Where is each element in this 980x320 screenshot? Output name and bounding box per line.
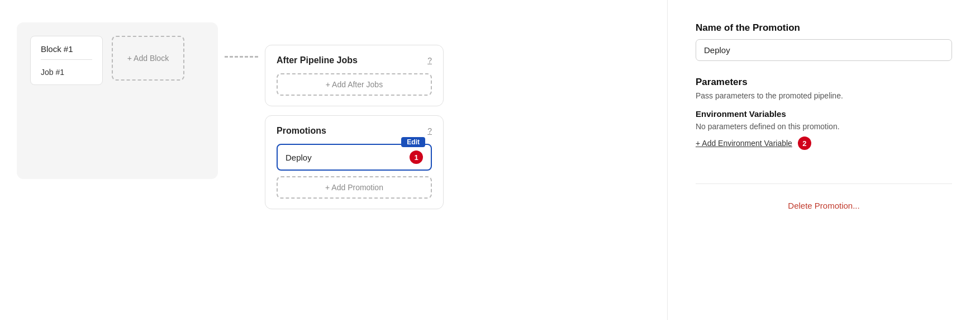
no-params-text: No parameters defined on this promotion.	[696, 122, 952, 131]
after-pipeline-help-icon[interactable]: ?	[427, 56, 432, 65]
delete-promotion-button[interactable]: Delete Promotion...	[696, 201, 952, 210]
right-panel: After Pipeline Jobs ? + Add After Jobs P…	[265, 22, 444, 209]
add-promotion-button[interactable]: + Add Promotion	[277, 176, 432, 199]
connector-line	[225, 56, 258, 58]
block-card: Block #1 Job #1	[30, 36, 103, 85]
after-pipeline-header: After Pipeline Jobs ?	[277, 55, 432, 65]
promotion-badge-number: 1	[410, 150, 423, 164]
pipeline-area: Block #1 Job #1 + Add Block After Pipeli…	[0, 0, 667, 320]
promotions-title: Promotions	[277, 126, 326, 136]
promotion-item-deploy[interactable]: Edit Deploy 1	[277, 144, 432, 171]
after-pipeline-title: After Pipeline Jobs	[277, 55, 358, 65]
promotions-header: Promotions ?	[277, 126, 432, 136]
add-env-row: + Add Environment Variable 2	[696, 137, 952, 150]
job-name: Job #1	[41, 65, 92, 77]
promotions-section: Promotions ? Edit Deploy 1 + Add Promoti…	[265, 115, 444, 209]
block-title: Block #1	[41, 44, 92, 60]
pipeline-connector	[218, 56, 265, 58]
add-block-button[interactable]: + Add Block	[112, 36, 184, 81]
add-after-jobs-button[interactable]: + Add After Jobs	[277, 73, 432, 96]
divider	[696, 183, 952, 184]
promotions-help-icon[interactable]: ?	[427, 126, 432, 135]
add-env-variable-link[interactable]: + Add Environment Variable	[696, 139, 792, 148]
promotion-name-input[interactable]	[696, 39, 952, 61]
add-env-badge: 2	[798, 137, 811, 150]
initial-pipeline-box: Block #1 Job #1 + Add Block	[17, 22, 218, 179]
details-panel: Name of the Promotion Parameters Pass pa…	[667, 0, 980, 320]
parameters-desc: Pass parameters to the promoted pipeline…	[696, 91, 952, 100]
promotion-name: Deploy	[286, 153, 312, 162]
env-vars-title: Environment Variables	[696, 109, 952, 119]
after-pipeline-section: After Pipeline Jobs ? + Add After Jobs	[265, 45, 444, 106]
parameters-title: Parameters	[696, 77, 952, 88]
edit-badge: Edit	[401, 137, 425, 147]
name-label: Name of the Promotion	[696, 22, 952, 34]
